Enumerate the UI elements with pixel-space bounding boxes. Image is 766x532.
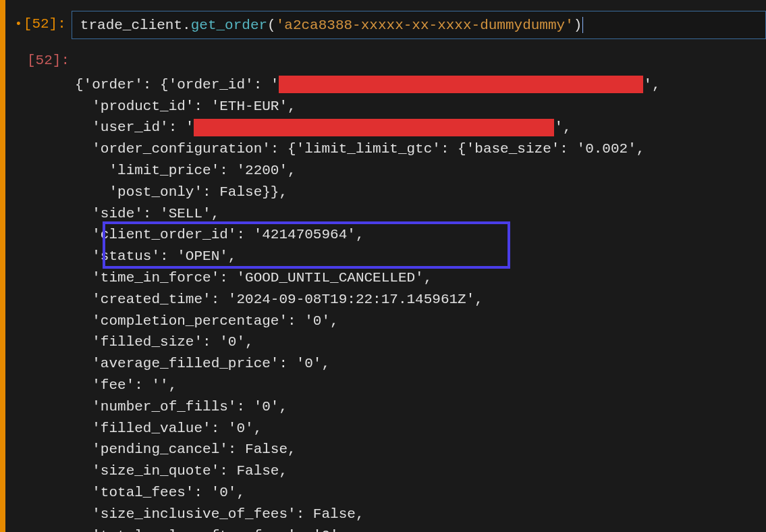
output-line: 'size_inclusive_of_fees': False, xyxy=(75,506,364,522)
output-line: ', xyxy=(643,77,660,92)
redacted-user-id xyxy=(194,119,554,136)
input-prompt-label: [52]: xyxy=(24,16,66,32)
code-token-dot: . xyxy=(182,18,191,33)
input-prompt: •[52]: xyxy=(7,11,72,32)
output-line: 'size_in_quote': False, xyxy=(75,463,288,479)
code-token-close: ) xyxy=(574,18,582,33)
modified-dot-icon: • xyxy=(15,18,22,31)
code-token-func: get_order xyxy=(191,18,267,33)
output-line: 'side': 'SELL', xyxy=(75,206,219,221)
redacted-order-id xyxy=(279,76,643,93)
output-line: 'fee': '', xyxy=(75,377,177,393)
output-line: 'total_value_after_fees': '0', xyxy=(75,528,347,532)
code-token-string-arg: 'a2ca8388-xxxxx-xx-xxxx-dummydummy' xyxy=(276,18,574,33)
output-row: [52]: {'order': {'order_id': '', 'produc… xyxy=(7,53,766,532)
output-line: 'total_fees': '0', xyxy=(75,485,245,500)
output-prompt: [52]: xyxy=(7,53,75,68)
cell-execution-indicator xyxy=(0,0,5,532)
output-line: 'status': 'OPEN', xyxy=(75,248,236,264)
output-line: 'number_of_fills': '0', xyxy=(75,399,288,415)
output-line: 'completion_percentage': '0', xyxy=(75,313,339,329)
output-line: 'order_configuration': {'limit_limit_gtc… xyxy=(75,141,645,157)
output-line: {'order': {'order_id': ' xyxy=(75,77,279,92)
input-row: •[52]: trade_client.get_order('a2ca8388-… xyxy=(7,11,766,39)
output-line: 'pending_cancel': False, xyxy=(75,442,296,457)
output-line: 'product_id': 'ETH-EUR', xyxy=(75,99,296,114)
code-token-var: trade_client xyxy=(80,18,182,33)
output-line: 'post_only': False}}, xyxy=(75,184,288,200)
notebook-cell: •[52]: trade_client.get_order('a2ca8388-… xyxy=(0,0,766,532)
output-line: 'created_time': '2024-09-08T19:22:17.145… xyxy=(75,292,483,307)
output-line: 'user_id': ' xyxy=(75,119,194,135)
code-input[interactable]: trade_client.get_order('a2ca8388-xxxxx-x… xyxy=(72,11,766,39)
output-line: 'filled_size': '0', xyxy=(75,334,254,350)
output-prompt-label: [52]: xyxy=(27,53,70,68)
code-token-open: ( xyxy=(267,18,276,33)
output-line: 'time_in_force': 'GOOD_UNTIL_CANCELLED', xyxy=(75,270,432,286)
output-text[interactable]: {'order': {'order_id': '', 'product_id':… xyxy=(75,53,661,532)
output-line: ', xyxy=(554,119,571,135)
output-line: 'client_order_id': '4214705964', xyxy=(75,227,364,242)
text-cursor xyxy=(582,17,583,33)
output-line: 'average_filled_price': '0', xyxy=(75,356,330,371)
output-line: 'limit_price': '2200', xyxy=(75,163,296,178)
output-line: 'filled_value': '0', xyxy=(75,421,262,436)
